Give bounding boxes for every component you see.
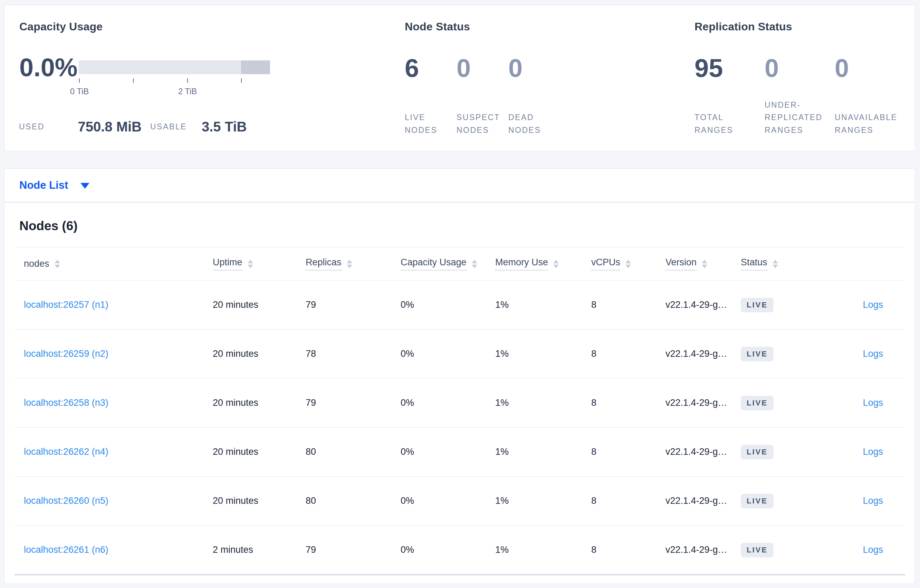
capacity-used-percent: 0.0% — [19, 55, 78, 81]
capacity-bar-axis: 0 TiB 2 TiB — [79, 72, 270, 103]
memory-use-cell: 1% — [495, 446, 591, 457]
version-cell: v22.1.4-29-g… — [666, 299, 741, 310]
capacity-usage-cell: 0% — [401, 397, 495, 408]
replicas-cell: 79 — [306, 397, 401, 408]
table-row: localhost:26258 (n3) 20 minutes 79 0% 1%… — [14, 378, 905, 428]
node-status-stats: 6 LIVE NODES 0 SUSPECT NODES 0 DEAD NODE… — [405, 56, 560, 137]
node-address-cell: localhost:26261 (n6) — [14, 544, 213, 555]
sort-arrows-icon — [55, 260, 60, 268]
stat-value: 0 — [835, 56, 905, 81]
capacity-usage-cell: 0% — [401, 299, 495, 310]
vcpus-cell: 8 — [591, 496, 666, 506]
logs-link[interactable]: Logs — [863, 349, 883, 359]
column-header-label: nodes — [24, 258, 49, 269]
live-status-badge: LIVE — [741, 445, 774, 459]
logs-link[interactable]: Logs — [863, 299, 883, 310]
table-header-row: nodes Uptime Replicas Capacity Usage Mem… — [14, 247, 905, 281]
used-label: USED — [19, 118, 45, 136]
node-address-cell: localhost:26262 (n4) — [14, 446, 213, 457]
column-header-label: Status — [741, 257, 767, 271]
logs-link[interactable]: Logs — [863, 446, 883, 457]
memory-use-cell: 1% — [495, 299, 591, 310]
status-cell: LIVE — [741, 396, 812, 410]
logs-link[interactable]: Logs — [863, 397, 883, 408]
logs-link[interactable]: Logs — [863, 496, 883, 506]
version-cell: v22.1.4-29-g… — [666, 349, 741, 359]
node-status-title: Node Status — [405, 20, 470, 33]
vcpus-cell: 8 — [591, 446, 666, 457]
column-header-label: Uptime — [213, 257, 243, 271]
logs-cell: Logs — [812, 397, 905, 408]
nodes-table: nodes Uptime Replicas Capacity Usage Mem… — [14, 247, 905, 575]
logs-link[interactable]: Logs — [863, 544, 883, 555]
vcpus-cell: 8 — [591, 349, 666, 359]
status-cell: LIVE — [741, 543, 812, 557]
sort-arrows-icon — [472, 260, 477, 268]
vcpus-cell: 8 — [591, 544, 666, 555]
logs-cell: Logs — [812, 299, 905, 310]
replicas-cell: 78 — [306, 349, 401, 359]
column-header-label: Replicas — [306, 257, 342, 271]
logs-cell: Logs — [812, 349, 905, 359]
node-address-cell: localhost:26258 (n3) — [14, 397, 213, 408]
uptime-cell: 20 minutes — [213, 349, 306, 359]
node-address-link[interactable]: localhost:26257 (n1) — [24, 299, 109, 310]
summary-stat: 6 LIVE NODES — [405, 56, 457, 137]
live-status-badge: LIVE — [741, 543, 774, 557]
stat-label: UNAVAILABLE RANGES — [835, 111, 905, 137]
status-cell: LIVE — [741, 445, 812, 459]
node-address-cell: localhost:26257 (n1) — [14, 299, 213, 310]
column-header-vcpus[interactable]: vCPUs — [591, 257, 666, 271]
status-cell: LIVE — [741, 494, 812, 508]
column-header-nodes[interactable]: nodes — [14, 258, 213, 269]
view-selector-bar: Node List — [4, 168, 915, 202]
stat-label: SUSPECT NODES — [457, 111, 509, 137]
version-cell: v22.1.4-29-g… — [666, 496, 741, 506]
uptime-cell: 2 minutes — [213, 544, 306, 555]
stat-value: 0 — [765, 56, 835, 81]
stat-label: UNDER-REPLICATED RANGES — [765, 99, 835, 137]
node-address-link[interactable]: localhost:26258 (n3) — [24, 397, 109, 408]
stat-label: DEAD NODES — [509, 111, 560, 137]
column-header-capacity-usage[interactable]: Capacity Usage — [401, 257, 495, 271]
node-address-link[interactable]: localhost:26262 (n4) — [24, 446, 109, 457]
column-header-uptime[interactable]: Uptime — [213, 257, 306, 271]
column-header-memory-use[interactable]: Memory Use — [495, 257, 591, 271]
summary-stat: 0 UNAVAILABLE RANGES — [835, 56, 905, 137]
uptime-cell: 20 minutes — [213, 397, 306, 408]
axis-tick — [79, 78, 80, 83]
table-row: localhost:26260 (n5) 20 minutes 80 0% 1%… — [14, 477, 905, 525]
table-row: localhost:26262 (n4) 20 minutes 80 0% 1%… — [14, 428, 905, 477]
replicas-cell: 80 — [306, 496, 401, 506]
column-header-status[interactable]: Status — [741, 257, 812, 271]
table-row: localhost:26259 (n2) 20 minutes 78 0% 1%… — [14, 330, 905, 378]
sort-arrows-icon — [248, 260, 253, 268]
capacity-usage-cell: 0% — [401, 544, 495, 555]
uptime-cell: 20 minutes — [213, 446, 306, 457]
replicas-cell: 80 — [306, 446, 401, 457]
column-header-version[interactable]: Version — [666, 257, 741, 271]
stat-value: 95 — [695, 56, 765, 81]
table-row: localhost:26257 (n1) 20 minutes 79 0% 1%… — [14, 281, 905, 330]
stat-value: 6 — [405, 56, 457, 81]
memory-use-cell: 1% — [495, 349, 591, 359]
version-cell: v22.1.4-29-g… — [666, 446, 741, 457]
node-address-link[interactable]: localhost:26260 (n5) — [24, 496, 109, 506]
version-cell: v22.1.4-29-g… — [666, 397, 741, 408]
node-list-dropdown[interactable]: Node List — [19, 179, 89, 192]
node-address-link[interactable]: localhost:26259 (n2) — [24, 349, 109, 359]
sort-arrows-icon — [702, 260, 707, 268]
node-address-cell: localhost:26259 (n2) — [14, 349, 213, 359]
node-address-link[interactable]: localhost:26261 (n6) — [24, 544, 109, 555]
cluster-summary-panel: Capacity Usage 0.0% 0 TiB 2 TiB USED 750… — [4, 5, 915, 151]
summary-stat: 95 TOTAL RANGES — [695, 56, 765, 137]
axis-tick — [133, 78, 134, 83]
live-status-badge: LIVE — [741, 494, 774, 508]
column-header-replicas[interactable]: Replicas — [306, 257, 401, 271]
live-status-badge: LIVE — [741, 347, 774, 361]
live-status-badge: LIVE — [741, 396, 774, 410]
capacity-usage-cell: 0% — [401, 496, 495, 506]
table-body: localhost:26257 (n1) 20 minutes 79 0% 1%… — [14, 281, 905, 575]
uptime-cell: 20 minutes — [213, 299, 306, 310]
nodes-table-panel: Nodes (6) nodes Uptime Replicas Capacity… — [4, 203, 915, 584]
